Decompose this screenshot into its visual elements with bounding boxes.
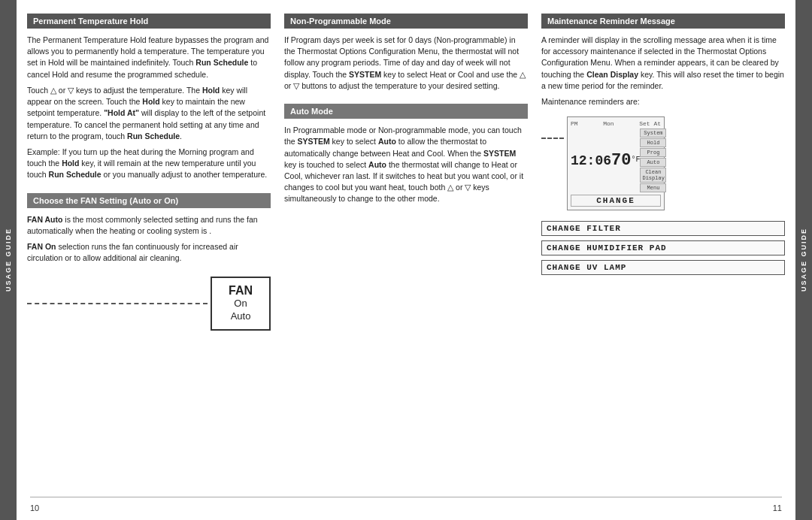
thermo-time: 12:06	[571, 154, 611, 168]
col2-auto-p1: In Programmable mode or Non-programmable…	[284, 125, 528, 205]
dotted-line-fan	[27, 303, 208, 304]
thermo-degree: °F	[631, 156, 640, 164]
col2-body: If Program days per week is set for 0 da…	[284, 35, 528, 96]
usage-guide-right: USAGE GUIDE	[795, 0, 812, 520]
page-divider	[30, 497, 782, 497]
page-left: 10	[30, 503, 39, 512]
reminder-1: CHANGE FILTER	[541, 221, 785, 236]
column-3: Maintenance Reminder Message A reminder …	[541, 14, 785, 497]
col3-p2: Maintenance reminders are:	[541, 96, 785, 107]
reminder-3: CHANGE UV LAMP	[541, 260, 785, 275]
usage-guide-right-label: USAGE GUIDE	[800, 228, 807, 292]
reminder-2: CHANGE HUMIDIFIER PAD	[541, 240, 785, 255]
col1-fan-body: FAN Auto is the most commonly selected s…	[27, 214, 271, 269]
col1-fan-p1: FAN Auto is the most commonly selected s…	[27, 214, 271, 237]
fan-diagram: FAN On Auto	[27, 277, 271, 331]
col1-p1: The Permanent Temperature Hold feature b…	[27, 35, 271, 80]
col2-p1: If Program days per week is set for 0 da…	[284, 35, 528, 92]
col1-p3: Example: If you turn up the heat during …	[27, 147, 271, 181]
col1-header: Permanent Temperature Hold	[27, 14, 271, 29]
col1-body: The Permanent Temperature Hold feature b…	[27, 35, 271, 186]
usage-guide-left-label: USAGE GUIDE	[5, 228, 12, 292]
thermo-btn-menu: Menu	[640, 183, 666, 192]
thermo-buttons: System Hold Prog Auto Clean Display Menu	[640, 128, 666, 192]
thermo-btn-clean: Clean Display	[640, 168, 666, 183]
thermo-btn-auto: Auto	[640, 158, 666, 167]
col1-fan-p2: FAN On selection runs the fan continuous…	[27, 241, 271, 264]
fan-box-title: FAN	[229, 283, 253, 298]
thermo-temp: 70	[611, 151, 631, 170]
column-1: Permanent Temperature Hold The Permanent…	[27, 14, 271, 497]
page-right: 11	[773, 503, 782, 512]
thermo-set-at: Set At	[639, 120, 661, 127]
thermo-btn-prog: Prog	[640, 148, 666, 157]
fan-box-line2: Auto	[231, 310, 251, 323]
fan-box: FAN On Auto	[211, 277, 271, 331]
thermo-main-row: 12:06 70°F System Hold Prog Auto Clean D…	[571, 128, 661, 192]
usage-guide-left: USAGE GUIDE	[0, 0, 17, 520]
col3-body: A reminder will display in the scrolling…	[541, 35, 785, 112]
col1-p2: Touch △ or ▽ keys to adjust the temperat…	[27, 85, 271, 142]
col2-auto-body: In Programmable mode or Non-programmable…	[284, 125, 528, 210]
thermo-day: Mon	[603, 120, 614, 127]
col1-sub-header: Choose the FAN Setting (Auto or On)	[27, 193, 271, 208]
thermo-diagram: PM Mon Set At 12:06 70°F System Hold Pro…	[541, 116, 785, 210]
thermo-btn-system: System	[640, 128, 666, 138]
thermo-pm: PM	[571, 120, 578, 127]
col2-sub-header: Auto Mode	[284, 104, 528, 119]
dotted-line-thermo	[541, 138, 564, 139]
page-numbers: 10 11	[30, 503, 782, 512]
col3-p1: A reminder will display in the scrolling…	[541, 35, 785, 92]
col3-header: Maintenance Reminder Message	[541, 14, 785, 29]
thermo-change: CHANGE	[571, 195, 661, 207]
column-2: Non-Programmable Mode If Program days pe…	[284, 14, 528, 497]
thermo-display: PM Mon Set At 12:06 70°F System Hold Pro…	[567, 116, 665, 210]
thermo-btn-hold: Hold	[640, 138, 666, 147]
thermo-top-row: PM Mon Set At	[571, 120, 661, 127]
main-content: Permanent Temperature Hold The Permanent…	[17, 0, 795, 520]
col2-header: Non-Programmable Mode	[284, 14, 528, 29]
fan-box-line1: On	[234, 298, 247, 310]
